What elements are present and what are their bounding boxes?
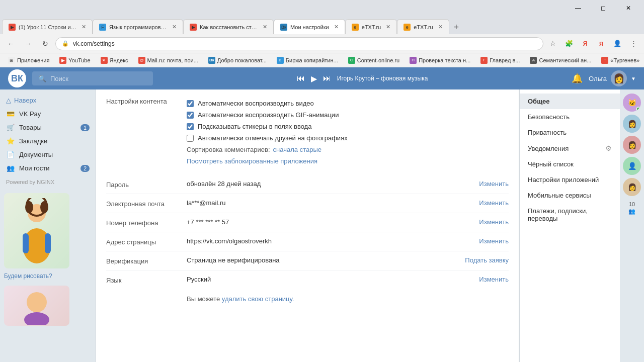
yandex-icon2[interactable]: Я — [595, 37, 608, 50]
menu-dokumenty-label: Документы — [19, 151, 90, 158]
menu-tovary-label: Товары — [19, 124, 76, 131]
tab-3[interactable]: ▶ Как восстановить страницу... ✕ — [183, 19, 274, 34]
nav-cherny-spisok[interactable]: Чёрный список — [520, 156, 620, 172]
bookmark-vk[interactable]: Вк Добро пожаловат... — [204, 56, 271, 65]
vk-logo[interactable]: ВК — [8, 69, 26, 87]
sort-row: Сортировка комментариев: сначала старые — [187, 144, 348, 155]
gear-icon[interactable]: ⚙ — [605, 144, 612, 152]
tab-6[interactable]: e eTXT.ru ✕ — [397, 19, 449, 34]
sort-value[interactable]: сначала старые — [273, 146, 321, 153]
tab-close-5[interactable]: ✕ — [386, 24, 390, 30]
tab-close-1[interactable]: ✕ — [82, 24, 86, 30]
tab-2[interactable]: F Язык программирования "F... ✕ — [93, 19, 183, 34]
reload-button[interactable]: ↻ — [38, 37, 52, 51]
bookmark-turgenev[interactable]: Т «Тургенев» — [597, 56, 643, 65]
svg-rect-9 — [27, 315, 47, 320]
minimize-button[interactable]: — — [567, 0, 590, 16]
menu-tovary[interactable]: 🛒 Товары 1 — [0, 121, 96, 134]
tab-close-6[interactable]: ✕ — [438, 24, 443, 30]
email-action[interactable]: Изменить — [479, 199, 509, 207]
new-tab-button[interactable]: + — [449, 20, 463, 34]
nav-nastrojki-prilojenij[interactable]: Настройки приложений — [520, 172, 620, 188]
nav-uvedomleniya[interactable]: Уведомления ⚙ — [520, 140, 620, 156]
bookmark-star-button[interactable]: ☆ — [546, 37, 559, 50]
bookmark-mail-label: Mail.ru: почта, пои... — [147, 57, 198, 63]
checkbox-row-4: Автоматически отмечать друзей на фотогра… — [187, 132, 348, 144]
tab-1[interactable]: ▶ (1) Урок 11 Строки и их ме... ✕ — [2, 19, 93, 34]
back-button[interactable]: ← — [4, 37, 18, 51]
card-title-link[interactable]: Будем рисовать? — [4, 273, 92, 280]
bookmark-yandex[interactable]: Я Яндекс — [97, 56, 132, 65]
checkbox-friends[interactable] — [187, 135, 194, 142]
forward-button[interactable]: → — [21, 37, 35, 51]
nav-privatnost[interactable]: Приватность — [520, 125, 620, 140]
bookmark-proverka[interactable]: П Проверка текста н... — [406, 56, 474, 65]
user-dropdown-icon: ▼ — [631, 76, 636, 81]
bookmark-semantic[interactable]: А Семантический ан... — [526, 56, 595, 65]
address-action[interactable]: Изменить — [479, 237, 509, 245]
chat-avatar-1[interactable]: 🐱 — [623, 94, 641, 112]
delete-link[interactable]: удалить свою страницу. — [222, 295, 294, 303]
nav-obshee[interactable]: Общее — [520, 94, 620, 109]
verification-action[interactable]: Подать заявку — [465, 256, 509, 264]
yandex-icon[interactable]: Я — [579, 37, 592, 50]
tab-4[interactable]: Вк Мои настройки ✕ — [274, 19, 345, 34]
chat-avatar-3[interactable]: 👩 — [623, 136, 641, 154]
checkboxes-group: Автоматически воспроизводить видео Автом… — [187, 98, 348, 167]
content-settings-label: Настройки контента — [106, 98, 187, 105]
search-box[interactable]: 🔍 Поиск — [32, 71, 153, 85]
address-bar[interactable]: 🔒 vk.com/settings — [55, 37, 543, 50]
menu-zakladki[interactable]: ⭐ Закладки — [0, 134, 96, 148]
profile-icon[interactable]: 👤 — [611, 37, 624, 50]
nav-mobilnye[interactable]: Мобильные сервисы — [520, 188, 620, 203]
bookmark-glavred[interactable]: Г Главред в... — [476, 56, 524, 65]
lock-icon: 🔒 — [62, 40, 69, 47]
menu-button[interactable]: ⋮ — [627, 37, 640, 50]
sidebar-card-2[interactable] — [4, 286, 69, 326]
bookmark-mail[interactable]: @ Mail.ru: почта, пои... — [134, 56, 202, 65]
next-button[interactable]: ⏭ — [323, 74, 331, 83]
extensions-button[interactable]: 🧩 — [562, 37, 576, 50]
tab-close-3[interactable]: ✕ — [263, 24, 267, 30]
bookmark-birja[interactable]: B Биржа копирайтин... — [273, 56, 342, 65]
address-row: Адрес страницы https://vk.com/olgaostrov… — [106, 232, 509, 251]
chat-avatar-5[interactable]: 👩 — [623, 178, 641, 196]
checkbox-gif[interactable] — [187, 112, 194, 119]
checkbox-friends-label: Автоматически отмечать друзей на фотогра… — [198, 134, 348, 142]
bookmark-content[interactable]: C Content-online.ru — [344, 56, 404, 65]
nav-bar: ← → ↻ 🔒 vk.com/settings ☆ 🧩 Я Я 👤 ⋮ — [0, 34, 644, 53]
maximize-button[interactable]: ◻ — [592, 0, 615, 16]
verification-label: Верификация — [106, 256, 187, 265]
back-link[interactable]: △ Наверх — [0, 94, 96, 107]
menu-gosti[interactable]: 👥 Мои гости 2 — [0, 161, 96, 175]
user-menu[interactable]: Ольга 👩 ▼ — [589, 70, 636, 86]
nav-bezopasnost[interactable]: Безопасность — [520, 109, 620, 125]
chat-avatar-2[interactable]: 👩 — [623, 115, 641, 133]
user-avatar: 👩 — [611, 70, 627, 86]
close-button[interactable]: ✕ — [617, 0, 640, 16]
checkbox-video[interactable] — [187, 100, 194, 107]
phone-action[interactable]: Изменить — [479, 218, 509, 226]
tab-title-3: Как восстановить страницу... — [200, 24, 258, 30]
nav-platezhi[interactable]: Платежи, подписки, переводы — [520, 203, 620, 226]
sidebar-card-1[interactable] — [4, 193, 69, 268]
tab-close-4[interactable]: ✕ — [334, 24, 339, 30]
tab-title-4: Мои настройки — [290, 24, 329, 30]
password-value: обновлён 28 дней назад — [187, 180, 479, 188]
tab-5[interactable]: e eTXT.ru ✕ — [345, 19, 397, 34]
blocked-apps-link[interactable]: Посмотреть заблокированные приложения — [187, 155, 348, 167]
play-button[interactable]: ▶ — [311, 74, 317, 83]
address-text: vk.com/settings — [73, 40, 537, 47]
bookmark-apps[interactable]: ⊞ Приложения — [4, 56, 53, 65]
notifications-button[interactable]: 🔔 — [572, 73, 583, 84]
prev-button[interactable]: ⏮ — [297, 74, 305, 83]
checkbox-stickers[interactable] — [187, 123, 194, 130]
bookmark-glavred-favicon: Г — [480, 57, 488, 64]
chat-avatar-4[interactable]: 👤 — [623, 157, 641, 175]
password-action[interactable]: Изменить — [479, 180, 509, 188]
tab-close-2[interactable]: ✕ — [172, 24, 177, 30]
menu-vkpay[interactable]: 💳 VK Pay — [0, 107, 96, 121]
menu-dokumenty[interactable]: 📄 Документы — [0, 148, 96, 161]
language-action[interactable]: Изменить — [479, 276, 509, 283]
bookmark-youtube[interactable]: ▶ YouTube — [55, 56, 94, 65]
